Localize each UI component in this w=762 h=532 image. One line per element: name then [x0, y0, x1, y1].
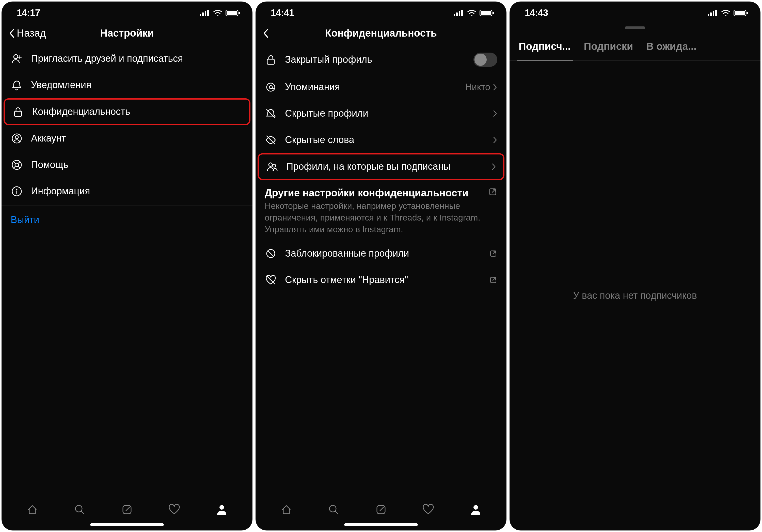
- nav-search[interactable]: [327, 502, 341, 517]
- signal-icon: [200, 10, 210, 16]
- lock-icon: [12, 106, 24, 118]
- svg-rect-2: [205, 11, 206, 16]
- user-circle-icon: [11, 132, 23, 145]
- header: Конфиденциальность: [256, 21, 506, 45]
- row-label: Уведомления: [31, 79, 243, 91]
- chevron: [493, 136, 497, 144]
- screen-privacy: 14:41 Конфиденциальность Закрытый профил…: [256, 2, 506, 530]
- row-label: Скрытые профили: [285, 108, 485, 120]
- svg-rect-25: [267, 59, 274, 64]
- chevron-right-icon: [492, 163, 496, 171]
- svg-rect-42: [734, 11, 745, 15]
- row-notifications[interactable]: Уведомления: [2, 72, 253, 98]
- nav-compose[interactable]: [120, 502, 134, 517]
- header: Назад Настройки: [2, 21, 253, 45]
- logout-label: Выйти: [11, 214, 243, 226]
- svg-rect-39: [713, 11, 714, 16]
- svg-rect-20: [459, 11, 460, 16]
- svg-rect-3: [207, 10, 209, 16]
- svg-rect-8: [15, 111, 22, 116]
- row-info[interactable]: Информация: [2, 178, 253, 204]
- status-icons: [708, 10, 748, 16]
- nav-activity[interactable]: [421, 502, 435, 517]
- screen-settings: 14:17 Назад Настройки Пригласить друзей …: [2, 2, 253, 530]
- chevron-right-icon: [493, 136, 497, 144]
- svg-rect-1: [202, 13, 204, 16]
- home-indicator[interactable]: [344, 523, 418, 526]
- row-logout[interactable]: Выйти: [2, 207, 253, 233]
- row-label: Закрытый профиль: [285, 54, 465, 66]
- section-title-label: Другие настройки конфиденциальности: [265, 187, 484, 199]
- status-icons: [454, 10, 494, 16]
- nav-profile[interactable]: [469, 502, 483, 517]
- external: [489, 250, 497, 258]
- nav-home[interactable]: [25, 502, 39, 517]
- row-invite[interactable]: Пригласить друзей и подписаться: [2, 45, 253, 72]
- status-bar: 14:41: [256, 2, 506, 21]
- svg-rect-6: [239, 12, 240, 14]
- heart-off-icon: [265, 274, 277, 286]
- svg-rect-37: [708, 14, 709, 16]
- row-private-profile[interactable]: Закрытый профиль: [256, 45, 506, 74]
- status-bar: 14:17: [2, 2, 253, 21]
- svg-point-29: [272, 164, 275, 167]
- chevron: [493, 110, 497, 117]
- svg-point-36: [474, 505, 478, 510]
- row-value: Никто: [465, 82, 497, 93]
- row-label: Скрыть отметки "Нравится": [285, 274, 481, 286]
- chevron-left-icon: [263, 28, 269, 38]
- private-toggle[interactable]: [474, 52, 497, 67]
- row-label: Конфиденциальность: [32, 106, 242, 118]
- row-blocked[interactable]: Заблокированные профили: [256, 240, 506, 267]
- bell-off-icon: [265, 108, 277, 120]
- row-account[interactable]: Аккаунт: [2, 125, 253, 152]
- back-label: Назад: [17, 28, 46, 39]
- sheet-handle[interactable]: [625, 27, 645, 29]
- tab-pending[interactable]: В ожида...: [644, 32, 699, 60]
- divider: [2, 205, 253, 206]
- svg-point-26: [267, 83, 275, 91]
- svg-point-10: [15, 136, 18, 139]
- back-button[interactable]: [263, 28, 269, 38]
- svg-rect-24: [493, 12, 494, 14]
- row-label: Информация: [31, 185, 243, 197]
- signal-icon: [708, 10, 718, 16]
- status-bar: 14:43: [509, 2, 760, 21]
- row-following-profiles[interactable]: Профили, на которые вы подписаны: [258, 153, 504, 180]
- row-hide-likes[interactable]: Скрыть отметки "Нравится": [256, 267, 506, 293]
- row-mentions[interactable]: Упоминания Никто: [256, 74, 506, 100]
- other-privacy-header[interactable]: Другие настройки конфиденциальности: [256, 180, 506, 200]
- battery-icon: [226, 10, 240, 16]
- row-privacy[interactable]: Конфиденциальность: [4, 98, 251, 125]
- nav-search[interactable]: [73, 502, 87, 517]
- nav-profile[interactable]: [215, 502, 229, 517]
- nav-activity[interactable]: [167, 502, 181, 517]
- status-icons: [200, 10, 240, 16]
- bell-icon: [11, 79, 23, 91]
- chevron-right-icon: [493, 83, 497, 91]
- back-button[interactable]: Назад: [9, 28, 46, 39]
- row-hidden-words[interactable]: Скрытые слова: [256, 127, 506, 153]
- svg-rect-5: [227, 11, 237, 15]
- svg-point-14: [16, 189, 18, 190]
- home-indicator[interactable]: [90, 523, 164, 526]
- row-hidden-profiles[interactable]: Скрытые профили: [256, 100, 506, 127]
- empty-label: У вас пока нет подписчиков: [573, 290, 697, 301]
- eye-off-icon: [265, 134, 277, 146]
- info-icon: [11, 185, 23, 197]
- lock-icon: [265, 54, 277, 66]
- tab-followers[interactable]: Подписч...: [517, 32, 573, 60]
- chevron-left-icon: [9, 28, 15, 38]
- nav-home[interactable]: [279, 502, 293, 517]
- external: [489, 276, 497, 284]
- status-time: 14:17: [17, 8, 40, 18]
- row-help[interactable]: Помощь: [2, 152, 253, 178]
- row-label: Пригласить друзей и подписаться: [31, 52, 243, 65]
- battery-icon: [733, 10, 748, 16]
- nav-compose[interactable]: [374, 502, 388, 517]
- bottom-nav: [256, 496, 506, 521]
- status-time: 14:41: [271, 8, 294, 18]
- screen-followers: 14:43 Подписч... Подписки В ожида... У в…: [509, 2, 760, 530]
- empty-state: У вас пока нет подписчиков: [509, 61, 760, 530]
- tab-following[interactable]: Подписки: [582, 32, 635, 60]
